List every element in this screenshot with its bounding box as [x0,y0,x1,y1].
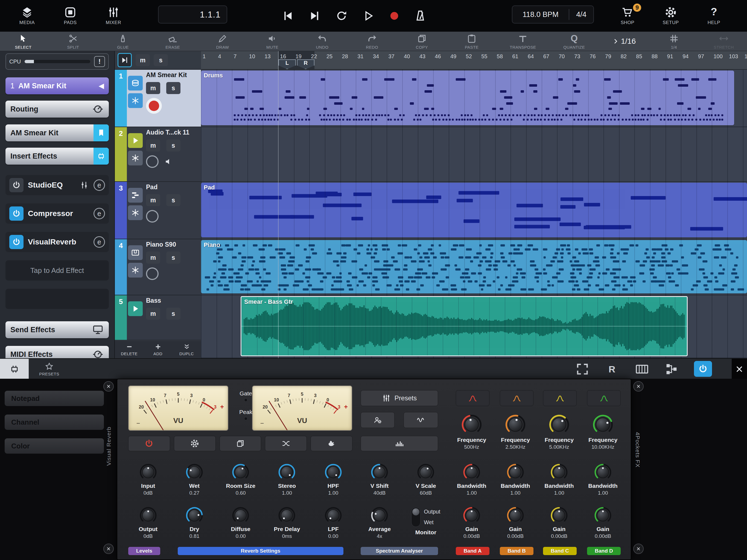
studioeq-power-button[interactable] [9,178,24,192]
add-track-button[interactable]: ADD [144,341,172,358]
knob-pre-delay-0ms[interactable]: Pre Delay0ms [264,507,310,539]
midi-region-drums[interactable]: Drums [201,71,734,125]
spectrum-button[interactable] [361,436,438,451]
knob-frequency-10.00khz[interactable]: Frequency10.00KHz [581,414,625,450]
master-mute-button[interactable]: m [136,54,150,66]
midi-region-pad[interactable]: Pad [201,183,747,237]
tool-draw[interactable]: DRAW [211,33,234,50]
plugin-settings-button[interactable] [174,436,216,451]
knob-stereo-1.00[interactable]: Stereo1.00 [264,463,310,496]
read-automation-button[interactable]: R [605,362,619,376]
knob-input-0db[interactable]: Input0dB [125,463,171,496]
record-arm-button[interactable] [146,98,162,114]
monitor-toggle[interactable]: OutputWet Monitor [403,507,449,539]
edit-effect-button[interactable]: e [94,179,105,191]
setup-button[interactable]: SETUP [649,6,692,25]
track-mute-button[interactable]: m [146,308,160,320]
routing-panel-button[interactable] [664,362,679,376]
plugin-close-button[interactable] [103,381,114,391]
song-position-display[interactable]: 1.1.1 [158,5,227,24]
tap-to-add-effect-button[interactable]: Tap to Add Effect [5,260,109,281]
tool-undo[interactable]: UNDO [310,33,334,50]
knob-bandwidth-1.00[interactable]: Bandwidth1.00 [581,463,625,496]
plugin-tab-reverb-settings[interactable]: Reverb Settings [178,547,343,555]
arrange-area[interactable]: DrumsPadPianoSmear - Bass Gtr [201,70,747,358]
plugin-tab-levels[interactable]: Levels [128,547,160,555]
goto-marker-button[interactable] [118,53,132,67]
track-header-am-smear-kit[interactable]: 1 AM Smear Kit m s [115,70,201,127]
tool-quantize[interactable]: QQUANTIZE [562,33,586,50]
knob-output-0db[interactable]: Output0dB [125,507,171,539]
track-icon-snow[interactable] [128,93,143,108]
knob-bandwidth-1.00[interactable]: Bandwidth1.00 [450,463,493,496]
tool-quantize-value[interactable]: 1/16 [612,37,636,46]
mixer-button[interactable]: MIXER [92,6,135,25]
close-panel-button[interactable] [732,359,747,379]
metronome-button[interactable] [414,9,427,22]
plugin-ducking-button[interactable] [311,436,353,451]
monitor-switch[interactable] [411,507,420,527]
track-icon-pianoroll[interactable] [128,188,143,203]
midi-effects-header[interactable]: MIDI Effects [5,346,109,358]
arrange-lane-4[interactable]: Piano [201,239,747,295]
play-button[interactable] [362,9,375,22]
knob-frequency-500hz[interactable]: Frequency500Hz [450,414,493,450]
speaker-icon[interactable] [164,157,173,166]
track-icon-keys[interactable] [128,245,143,260]
knob-bandwidth-1.00[interactable]: Bandwidth1.00 [537,463,581,496]
track-solo-button[interactable]: s [166,252,180,263]
tool-erase[interactable]: ERASE [161,33,185,50]
knob-gain-0.00db[interactable]: Gain0.00dB [537,507,581,539]
master-solo-button[interactable]: s [154,54,168,66]
edit-effect-button[interactable]: e [94,236,105,248]
plugin-close-button[interactable] [103,543,114,554]
fullscreen-button[interactable] [575,362,590,376]
routing-button[interactable]: Routing [5,101,109,118]
tempo-display[interactable]: 118.0 BPM 4/4 [512,5,594,24]
knob-frequency-5.00khz[interactable]: Frequency5.00KHz [537,414,581,450]
arrange-lane-5[interactable]: Smear - Bass Gtr [201,295,747,358]
knob-wet-0.27[interactable]: Wet0.27 [171,463,217,496]
plugin-copy-button[interactable] [220,436,261,451]
keyboard-panel-button[interactable] [635,362,649,376]
effect-slot-visualreverb[interactable]: VisualReverb e [5,232,109,252]
tab-presets-panel[interactable]: PRESETS [34,359,64,379]
track-header-piano-s90[interactable]: 4 Piano S90 m s [115,239,201,295]
plugin-crossfade-button[interactable] [265,436,307,451]
knob-dry-0.81[interactable]: Dry0.81 [171,507,217,539]
audio-region-smear-bass-gtr[interactable]: Smear - Bass Gtr [241,296,688,356]
waveform-view-button[interactable] [404,412,438,428]
timeline-ruler[interactable]: 1471013161922252831343740434649525558616… [201,51,747,70]
instrument-button[interactable]: AM Smear Kit [5,124,109,142]
tool-stretch[interactable]: STRETCH [712,33,736,50]
tool-mute[interactable]: MUTE [261,33,284,50]
arrange-lane-1[interactable]: Drums [201,70,747,127]
track-icon-playtri[interactable] [128,301,143,316]
insert-effects-tab-button[interactable] [94,148,109,164]
plugin-bypass-button[interactable] [128,436,170,451]
track-mute-button[interactable]: m [146,194,160,206]
send-effects-header[interactable]: Send Effects [5,321,109,338]
skip-forward-button[interactable] [308,9,321,22]
eq-curve-button-a[interactable] [456,390,489,406]
track-mute-button[interactable]: m [146,139,160,152]
tool-split[interactable]: SPLIT [61,33,85,50]
compressor-power-button[interactable] [9,206,24,221]
loop-button[interactable] [335,9,348,22]
tab-insert-effects-panel[interactable] [0,359,29,379]
track-solo-button[interactable]: s [166,194,180,206]
eq-curve-button-c[interactable] [543,390,577,406]
delete-track-button[interactable]: DELETE [115,341,144,358]
tool-select[interactable]: SELECT [11,33,35,50]
track-header-bass[interactable]: 5 Bass m s [115,295,201,340]
knob-diffuse-0.00[interactable]: Diffuse0.00 [217,507,264,539]
visualreverb-power-button[interactable] [9,235,24,249]
collapse-arrow-icon[interactable]: ◀ [99,82,104,90]
insert-effects-header[interactable]: Insert Effects [5,148,109,164]
knob-v-scale-60db[interactable]: V Scale60dB [403,463,449,496]
knob-v-shift-40db[interactable]: V Shift40dB [356,463,403,496]
knob-gain-0.00db[interactable]: Gain0.00dB [581,507,625,539]
arrange-lane-3[interactable]: Pad [201,182,747,239]
track-mute-button[interactable]: m [146,82,160,94]
user-presets-button[interactable] [361,412,394,428]
